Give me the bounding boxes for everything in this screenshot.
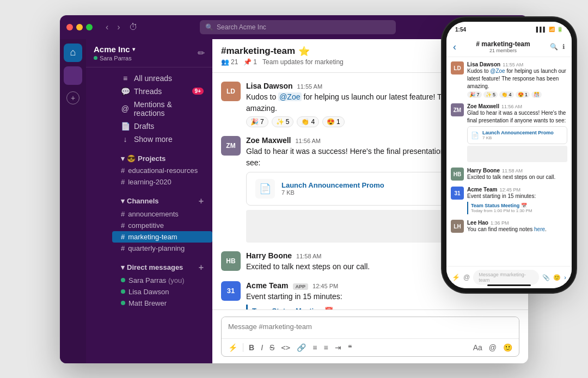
unordered-list-button[interactable]: ≡: [322, 342, 329, 353]
section-projects[interactable]: ▾ 😎 Projects: [112, 150, 212, 165]
nav-item-drafts[interactable]: 📄 Drafts: [112, 120, 212, 133]
strikethrough-button[interactable]: S: [268, 342, 275, 353]
section-dm[interactable]: ▾ Direct messages +: [112, 258, 212, 275]
phone-file[interactable]: 📄 Launch Announcement Promo 7 KB: [467, 126, 567, 144]
phone-msg-header-1: Lisa Dawson 11:55 AM: [467, 61, 567, 67]
phone-reaction-2[interactable]: ✨ 5: [483, 91, 498, 98]
minimize-button[interactable]: [76, 24, 83, 30]
phone-reaction-4[interactable]: 😍 1: [516, 91, 530, 98]
phone-reaction-5[interactable]: 🎊: [531, 91, 542, 98]
channel-item-quarterly[interactable]: # quarterly-planning: [112, 243, 212, 254]
compose-button[interactable]: ✏: [198, 48, 205, 58]
font-button[interactable]: Aa: [472, 342, 483, 353]
toolbar-divider: [243, 343, 243, 352]
phone-avatar-harry: HB: [451, 168, 464, 181]
message-input[interactable]: [222, 317, 519, 336]
drafts-icon: 📄: [121, 122, 130, 131]
message-input-box: ⚡ B I S <> 🔗 ≡ ≡ ⇥ ❝ Aa @ 🙂: [221, 317, 519, 357]
author-lisa: Lisa Dawson: [246, 82, 293, 90]
phone-mention-zoe: @Zoe: [490, 68, 505, 74]
nav-item-threads[interactable]: 💬 Threads 9+: [112, 85, 212, 98]
block-quote-button[interactable]: ❝: [347, 342, 353, 353]
phone-reaction-1[interactable]: 🎉 7: [467, 91, 482, 98]
mention-button[interactable]: @: [488, 342, 498, 353]
phone-msg-content-3: Harry Boone 11:58 AM Excited to talk nex…: [467, 168, 567, 181]
phone-msg-header-3: Harry Boone 11:58 AM: [467, 168, 567, 173]
fullscreen-button[interactable]: [86, 24, 93, 30]
chevron-right-icon: ▾: [121, 197, 125, 205]
reaction-sparkle[interactable]: ✨ 5: [272, 116, 294, 127]
file-info: Launch Announcement Promo 7 KB: [281, 181, 384, 196]
add-channel-button[interactable]: +: [199, 196, 204, 206]
italic-button[interactable]: I: [260, 342, 264, 353]
status-dot: [94, 56, 97, 60]
nav-item-mentions[interactable]: @ Mentions & reactions: [112, 98, 212, 120]
workspace-info: Acme Inc ▾ Sara Parras: [94, 45, 135, 61]
search-bar[interactable]: 🔍 Search Acme Inc: [200, 20, 396, 34]
phone-message-input[interactable]: Message #marketing-team: [473, 270, 539, 285]
emoji-button[interactable]: 🙂: [502, 342, 513, 353]
sidebar-icon-secondary[interactable]: [64, 66, 82, 85]
star-icon[interactable]: ⭐: [298, 46, 310, 57]
phone-search-icon[interactable]: 🔍: [550, 43, 558, 51]
channel-item-educational[interactable]: # educational-resources: [112, 165, 212, 176]
ordered-list-button[interactable]: ≡: [311, 342, 318, 353]
calendar-event[interactable]: Team Status Meeting 📅 Today from 1:00 PM…: [246, 305, 519, 309]
avatar-acme: 31: [221, 281, 241, 301]
phone-back-button[interactable]: ‹: [453, 41, 456, 53]
bold-button[interactable]: B: [248, 342, 255, 353]
code-button[interactable]: <>: [280, 342, 291, 353]
channel-item-competitive[interactable]: # competitive: [112, 220, 212, 231]
back-button[interactable]: ‹: [103, 21, 111, 33]
channel-item-announcements[interactable]: # announcements: [112, 208, 212, 220]
workspace-name[interactable]: Acme Inc ▾: [94, 45, 135, 54]
file-attachment[interactable]: 📄 Launch Announcement Promo 7 KB: [246, 172, 453, 206]
reaction-party[interactable]: 🎉 7: [246, 116, 268, 127]
phone-input-icons: 📎 🙂 ›: [542, 274, 566, 281]
dm-item-lisa[interactable]: Lisa Dawson: [112, 286, 212, 298]
add-dm-button[interactable]: +: [199, 263, 204, 272]
add-workspace-button[interactable]: +: [66, 91, 79, 104]
channel-item-learning[interactable]: # learning-2020: [112, 176, 212, 188]
nav-item-more[interactable]: ↓ Show more: [112, 133, 212, 146]
message-input-area: ⚡ B I S <> 🔗 ≡ ≡ ⇥ ❝ Aa @ 🙂: [212, 309, 528, 363]
close-button[interactable]: [66, 24, 73, 30]
reaction-heart-eyes[interactable]: 😍 1: [322, 116, 345, 127]
avatar-lisa: LD: [221, 82, 241, 101]
file-size: 7 KB: [281, 189, 384, 196]
phone-msg-content-5: Lee Hao 1:36 PM You can find meeting not…: [467, 220, 567, 233]
phone-emoji-icon[interactable]: 🙂: [553, 274, 561, 281]
lightning-button[interactable]: ⚡: [227, 342, 238, 353]
author-zoe: Zoe Maxwell: [246, 136, 291, 145]
phone-msg-header-5: Lee Hao 1:36 PM: [467, 220, 567, 226]
more-icon: ↓: [121, 135, 130, 144]
channel-item-marketing[interactable]: # marketing-team: [112, 231, 212, 243]
sidebar-icon-home[interactable]: ⌂: [64, 44, 82, 62]
phone-msg-4: 31 Acme Team 12:45 PM Event starting in …: [451, 187, 567, 214]
phone-attach-icon[interactable]: 📎: [542, 274, 550, 281]
phone-lightning-icon[interactable]: ⚡: [452, 274, 460, 281]
forward-button[interactable]: ›: [115, 21, 122, 33]
hash-icon: #: [121, 210, 125, 218]
nav-item-unreads[interactable]: ≡ All unreads: [112, 72, 212, 85]
threads-icon: 💬: [121, 87, 130, 96]
link-button[interactable]: 🔗: [296, 342, 307, 353]
phone-info-icon[interactable]: ℹ: [562, 43, 565, 51]
workspace-header-wrapper: Acme Inc ▾ Sara Parras ✏ ≡ All unr: [86, 39, 212, 313]
phone-time: 1:54: [455, 27, 466, 33]
phone-at-icon[interactable]: @: [463, 274, 470, 281]
dm-item-matt[interactable]: Matt Brewer: [112, 298, 212, 309]
history-button[interactable]: ⏱: [127, 21, 140, 33]
channel-title: #marketing-team ⭐: [221, 46, 344, 57]
phone-avatar-acme: 31: [451, 187, 464, 200]
file-name: Launch Announcement Promo: [281, 181, 384, 189]
hash-icon: #: [121, 233, 125, 241]
sidebar-icons: ⌂ +: [60, 39, 86, 363]
dm-item-sara[interactable]: Sara Parras (you): [112, 275, 212, 286]
reaction-clap[interactable]: 👏 4: [297, 116, 319, 127]
section-channels[interactable]: ▾ Channels +: [112, 192, 212, 208]
phone-send-icon[interactable]: ›: [564, 274, 566, 281]
phone-notes-link[interactable]: here: [534, 226, 545, 232]
phone-reaction-3[interactable]: 👏 4: [499, 91, 514, 98]
indent-button[interactable]: ⇥: [334, 342, 342, 353]
